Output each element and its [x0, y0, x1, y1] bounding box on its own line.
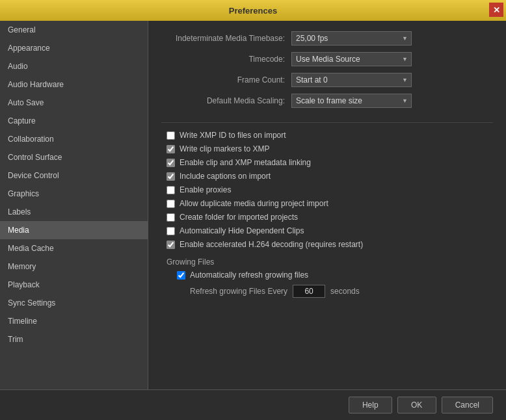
sidebar-item-general[interactable]: General	[0, 21, 148, 39]
form-select-2[interactable]: Start at 0Start at 1	[291, 73, 412, 87]
sidebar-item-auto-save[interactable]: Auto Save	[0, 94, 148, 112]
sidebar-item-graphics[interactable]: Graphics	[0, 185, 148, 203]
checkbox-row-8: Enable accelerated H.264 decoding (requi…	[161, 240, 493, 249]
checkbox-row-6: Create folder for imported projects	[161, 213, 493, 222]
checkbox-label-6: Create folder for imported projects	[180, 213, 298, 222]
auto-refresh-label: Automatically refresh growing files	[190, 270, 308, 280]
form-label-2: Frame Count:	[161, 75, 291, 85]
checkbox-row-0: Write XMP ID to files on import	[161, 131, 493, 140]
form-label-0: Indeterminate Media Timebase:	[161, 34, 291, 43]
sidebar: GeneralAppearanceAudioAudio HardwareAuto…	[0, 21, 148, 389]
checkbox-8[interactable]	[166, 241, 175, 249]
sidebar-item-trim[interactable]: Trim	[0, 330, 148, 348]
sidebar-item-memory[interactable]: Memory	[0, 257, 148, 276]
checkbox-4[interactable]	[166, 186, 175, 194]
checkbox-row-1: Write clip markers to XMP	[161, 144, 493, 153]
checkbox-label-5: Allow duplicate media during project imp…	[180, 199, 328, 208]
sidebar-item-media-cache[interactable]: Media Cache	[0, 239, 148, 257]
sidebar-item-audio[interactable]: Audio	[0, 57, 148, 75]
checkbox-0[interactable]	[166, 131, 175, 140]
auto-refresh-row: Automatically refresh growing files	[177, 270, 493, 280]
form-row-2: Frame Count:Start at 0Start at 1	[161, 73, 493, 87]
growing-files-title: Growing Files	[166, 257, 493, 267]
refresh-every-row: Refresh growing Files Everyseconds	[177, 285, 493, 298]
sidebar-item-appearance[interactable]: Appearance	[0, 39, 148, 57]
growing-files-section: Growing FilesAutomatically refresh growi…	[161, 257, 493, 298]
help-button[interactable]: Help	[349, 397, 392, 413]
checkbox-label-0: Write XMP ID to files on import	[180, 131, 286, 140]
form-select-0[interactable]: 23,976 fps24 fps25,00 fps29,97 fps30 fps	[291, 31, 412, 46]
ok-button[interactable]: OK	[397, 397, 436, 413]
form-select-1[interactable]: Use Media SourceStart at 00:00:00:00	[291, 52, 412, 66]
form-row-0: Indeterminate Media Timebase:23,976 fps2…	[161, 31, 493, 46]
checkbox-6[interactable]	[166, 213, 175, 222]
checkbox-row-3: Include captions on import	[161, 172, 493, 181]
title-bar: Preferences ✕	[0, 0, 506, 21]
cancel-button[interactable]: Cancel	[442, 397, 493, 413]
checkbox-label-3: Include captions on import	[180, 172, 271, 181]
content-panel: Indeterminate Media Timebase:23,976 fps2…	[148, 21, 506, 389]
checkbox-label-4: Enable proxies	[180, 185, 231, 194]
checkbox-3[interactable]	[166, 172, 175, 181]
checkbox-7[interactable]	[166, 227, 175, 235]
checkbox-label-2: Enable clip and XMP metadata linking	[180, 158, 311, 167]
footer: Help OK Cancel	[0, 389, 506, 420]
sidebar-item-labels[interactable]: Labels	[0, 203, 148, 221]
checkbox-row-2: Enable clip and XMP metadata linking	[161, 158, 493, 167]
checkbox-label-7: Automatically Hide Dependent Clips	[180, 226, 304, 235]
sidebar-item-device-control[interactable]: Device Control	[0, 166, 148, 185]
form-select-3[interactable]: Scale to frame sizeSet to frame sizeNo s…	[291, 94, 412, 108]
checkbox-row-4: Enable proxies	[161, 185, 493, 194]
form-row-3: Default Media Scaling:Scale to frame siz…	[161, 94, 493, 108]
checkbox-label-8: Enable accelerated H.264 decoding (requi…	[180, 240, 363, 249]
checkbox-5[interactable]	[166, 200, 175, 208]
sidebar-item-sync-settings[interactable]: Sync Settings	[0, 294, 148, 312]
seconds-label: seconds	[330, 287, 360, 296]
form-label-3: Default Media Scaling:	[161, 96, 291, 105]
sidebar-item-timeline[interactable]: Timeline	[0, 312, 148, 330]
sidebar-item-control-surface[interactable]: Control Surface	[0, 148, 148, 166]
close-button[interactable]: ✕	[489, 3, 503, 17]
checkbox-2[interactable]	[166, 159, 175, 167]
refresh-every-label: Refresh growing Files Every	[177, 287, 287, 296]
sidebar-item-capture[interactable]: Capture	[0, 112, 148, 130]
auto-refresh-checkbox[interactable]	[177, 271, 185, 280]
refresh-value-input[interactable]	[293, 285, 325, 298]
form-row-1: Timecode:Use Media SourceStart at 00:00:…	[161, 52, 493, 66]
checkbox-label-1: Write clip markers to XMP	[180, 144, 269, 153]
sidebar-item-audio-hardware[interactable]: Audio Hardware	[0, 75, 148, 94]
sidebar-item-playback[interactable]: Playback	[0, 276, 148, 294]
form-label-1: Timecode:	[161, 55, 291, 64]
checkbox-row-7: Automatically Hide Dependent Clips	[161, 226, 493, 235]
checkbox-1[interactable]	[166, 145, 175, 153]
checkbox-row-5: Allow duplicate media during project imp…	[161, 199, 493, 208]
window-title: Preferences	[229, 6, 277, 16]
sidebar-item-media[interactable]: Media	[0, 221, 148, 239]
sidebar-item-collaboration[interactable]: Collaboration	[0, 130, 148, 148]
